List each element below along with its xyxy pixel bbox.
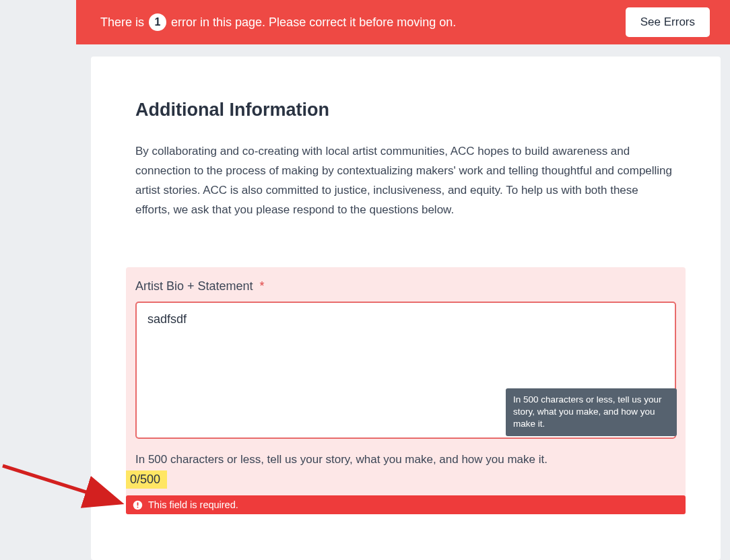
error-count-badge: 1: [149, 13, 166, 31]
page-wrapper: There is 1 error in this page. Please co…: [76, 0, 730, 560]
error-banner-prefix: There is: [100, 15, 144, 30]
textarea-wrapper: In 500 characters or less, tell us your …: [135, 302, 676, 442]
helper-tooltip: In 500 characters or less, tell us your …: [506, 388, 677, 436]
required-asterisk-icon: *: [260, 279, 265, 293]
artist-bio-field-block: Artist Bio + Statement * In 500 characte…: [126, 267, 686, 515]
content-card: Additional Information By collaborating …: [91, 57, 721, 560]
see-errors-button[interactable]: See Errors: [626, 7, 710, 37]
error-circle-icon: [133, 500, 143, 510]
character-counter: 0/500: [126, 470, 167, 489]
artist-bio-helper-text: In 500 characters or less, tell us your …: [135, 451, 676, 468]
error-banner: There is 1 error in this page. Please co…: [76, 0, 730, 44]
error-banner-suffix: error in this page. Please correct it be…: [171, 15, 456, 30]
section-description: By collaborating and co-creating with lo…: [135, 142, 676, 220]
field-error-text: This field is required.: [148, 499, 238, 510]
svg-rect-1: [137, 502, 139, 505]
field-error-bar: This field is required.: [126, 495, 686, 514]
error-banner-text: There is 1 error in this page. Please co…: [100, 13, 456, 31]
artist-bio-label: Artist Bio + Statement *: [135, 279, 676, 293]
artist-bio-label-text: Artist Bio + Statement: [135, 279, 253, 293]
section-title: Additional Information: [135, 100, 676, 120]
svg-rect-2: [137, 506, 139, 508]
